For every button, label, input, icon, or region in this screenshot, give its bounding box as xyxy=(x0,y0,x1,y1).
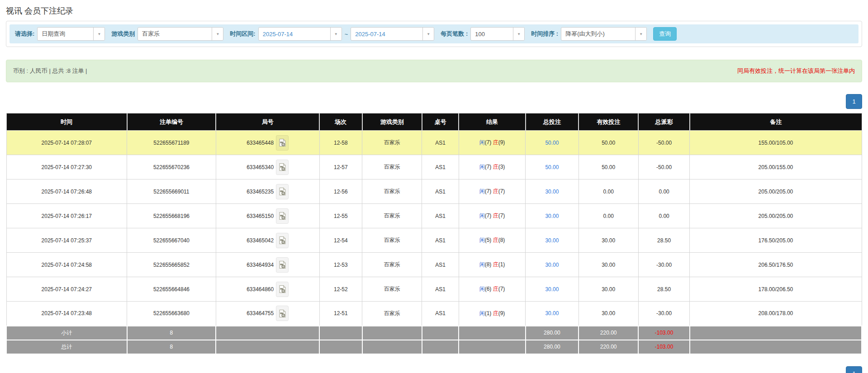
result-player: 闲 xyxy=(479,310,485,316)
table-row[interactable]: 2025-07-14 07:26:17522655668196633465150… xyxy=(6,204,862,228)
column-header: 备注 xyxy=(690,113,862,131)
video-icon xyxy=(279,309,286,318)
round-id-wrap: 633464934 xyxy=(247,257,289,273)
result-player: 闲 xyxy=(479,286,485,292)
game-type-select[interactable]: 百家乐 ▼ xyxy=(138,27,223,41)
date-from-value: 2025-07-14 xyxy=(259,31,330,38)
cell-session: 12-53 xyxy=(319,253,362,277)
video-playback-button[interactable] xyxy=(276,306,289,321)
sort-select[interactable]: 降幂(由大到小) ▼ xyxy=(561,27,647,41)
video-playback-button[interactable] xyxy=(276,233,289,248)
result-banker: 庄 xyxy=(493,164,498,170)
cell-total-bet: 30.00 xyxy=(526,204,579,228)
cell-valid-bet: 30.00 xyxy=(579,253,638,277)
cell-total-bet: 30.00 xyxy=(526,302,579,326)
table-row[interactable]: 2025-07-14 07:28:07522655671189633465448… xyxy=(6,131,862,155)
cell-valid-bet: 0.00 xyxy=(579,179,638,204)
table-row[interactable]: 2025-07-14 07:26:48522655669011633465235… xyxy=(6,179,862,204)
column-header: 注单编号 xyxy=(127,113,216,131)
table-row[interactable]: 2025-07-14 07:23:48522655663680633464755… xyxy=(6,302,862,326)
video-playback-button[interactable] xyxy=(276,282,289,297)
page-1-button-bottom[interactable]: 1 xyxy=(846,366,862,373)
cell-result: 闲(7) 庄(3) xyxy=(459,155,525,179)
chevron-down-icon[interactable]: ▼ xyxy=(93,28,104,40)
video-playback-button[interactable] xyxy=(276,257,289,273)
page-size-label: 每页笔数 : xyxy=(441,30,468,38)
filter-group-page-size: 每页笔数 : 100 ▼ xyxy=(441,27,525,41)
page-size-select[interactable]: 100 ▼ xyxy=(470,27,525,41)
page-title: 视讯 会员下注纪录 xyxy=(6,5,862,16)
summary-label: 小计 xyxy=(6,326,127,340)
total-bet-link[interactable]: 30.00 xyxy=(545,262,559,268)
date-from-select[interactable]: 2025-07-14 ▼ xyxy=(258,27,342,41)
summary-valid-bet: 220.00 xyxy=(579,326,638,340)
rule-note-text: 同局有效投注，统一计算在该局第一张注单内 xyxy=(737,67,855,75)
cell-total-bet: 30.00 xyxy=(526,228,579,253)
summary-empty-cell xyxy=(422,340,459,354)
cell-time: 2025-07-14 07:23:48 xyxy=(6,302,127,326)
cell-round-id: 633465150 xyxy=(216,204,319,228)
cell-table-number: AS1 xyxy=(422,253,459,277)
cell-bet-id: 522655671189 xyxy=(127,131,216,155)
result-banker: 庄 xyxy=(493,188,498,194)
cell-note: 205.00/205.00 xyxy=(690,179,862,204)
summary-valid-bet: 220.00 xyxy=(579,340,638,354)
result-banker-score: (3) xyxy=(498,164,505,170)
table-row[interactable]: 2025-07-14 07:25:37522655667040633465042… xyxy=(6,228,862,253)
cell-time: 2025-07-14 07:26:48 xyxy=(6,179,127,204)
total-bet-link[interactable]: 50.00 xyxy=(545,140,559,146)
table-row[interactable]: 2025-07-14 07:24:58522655665852633464934… xyxy=(6,253,862,277)
result-player-score: (6) xyxy=(485,286,493,292)
summary-empty-cell xyxy=(319,326,362,340)
cell-time: 2025-07-14 07:26:17 xyxy=(6,204,127,228)
round-id-value: 633465340 xyxy=(247,164,274,170)
date-to-select[interactable]: 2025-07-14 ▼ xyxy=(351,27,434,41)
cell-game-type: 百家乐 xyxy=(362,228,422,253)
total-bet-link[interactable]: 30.00 xyxy=(545,286,559,293)
cell-valid-bet: 30.00 xyxy=(579,302,638,326)
filter-panel: 请选择: 日期查询 ▼ 游戏类别 百家乐 ▼ 时间区间: 2025-07-14 … xyxy=(6,21,862,47)
cell-session: 12-57 xyxy=(319,155,362,179)
cell-note: 205.00/205.00 xyxy=(690,204,862,228)
total-bet-link[interactable]: 30.00 xyxy=(545,189,559,195)
summary-empty-cell xyxy=(216,326,319,340)
summary-label: 总计 xyxy=(6,340,127,354)
video-playback-button[interactable] xyxy=(276,135,289,151)
column-header: 场次 xyxy=(319,113,362,131)
cell-time: 2025-07-14 07:24:27 xyxy=(6,277,127,302)
cell-payout: 0.00 xyxy=(638,204,689,228)
chevron-down-icon[interactable]: ▼ xyxy=(330,28,342,40)
total-bet-link[interactable]: 30.00 xyxy=(545,213,559,219)
cell-round-id: 633464755 xyxy=(216,302,319,326)
video-playback-button[interactable] xyxy=(276,208,289,224)
cell-total-bet: 50.00 xyxy=(526,131,579,155)
cell-time: 2025-07-14 07:25:37 xyxy=(6,228,127,253)
page-1-button[interactable]: 1 xyxy=(846,94,862,109)
cell-total-bet: 30.00 xyxy=(526,253,579,277)
video-playback-button[interactable] xyxy=(276,184,289,199)
table-row[interactable]: 2025-07-14 07:24:27522655664846633464860… xyxy=(6,277,862,302)
result-player: 闲 xyxy=(479,188,485,194)
cell-note: 205.00/155.00 xyxy=(690,155,862,179)
total-bet-link[interactable]: 50.00 xyxy=(545,164,559,170)
game-type-value: 百家乐 xyxy=(138,30,212,38)
chevron-down-icon[interactable]: ▼ xyxy=(635,28,646,40)
round-id-value: 633464860 xyxy=(247,286,274,293)
table-row[interactable]: 2025-07-14 07:27:30522655670236633465340… xyxy=(6,155,862,179)
total-bet-link[interactable]: 30.00 xyxy=(545,310,559,316)
cell-valid-bet: 30.00 xyxy=(579,228,638,253)
round-id-wrap: 633465150 xyxy=(247,208,289,224)
cell-game-type: 百家乐 xyxy=(362,277,422,302)
video-playback-button[interactable] xyxy=(276,160,289,175)
cell-round-id: 633464860 xyxy=(216,277,319,302)
chevron-down-icon[interactable]: ▼ xyxy=(513,28,524,40)
query-type-select[interactable]: 日期查询 ▼ xyxy=(37,27,105,41)
total-bet-link[interactable]: 30.00 xyxy=(545,237,559,244)
summary-band: 币别 : 人民币 | 总共 :8 注单 | 同局有效投注，统一计算在该局第一张注… xyxy=(6,60,862,82)
search-button[interactable]: 查询 xyxy=(653,27,677,41)
chevron-down-icon[interactable]: ▼ xyxy=(422,28,434,40)
column-header: 总派彩 xyxy=(638,113,689,131)
date-to-value: 2025-07-14 xyxy=(351,31,422,38)
chevron-down-icon[interactable]: ▼ xyxy=(212,28,223,40)
cell-payout: -50.00 xyxy=(638,155,689,179)
